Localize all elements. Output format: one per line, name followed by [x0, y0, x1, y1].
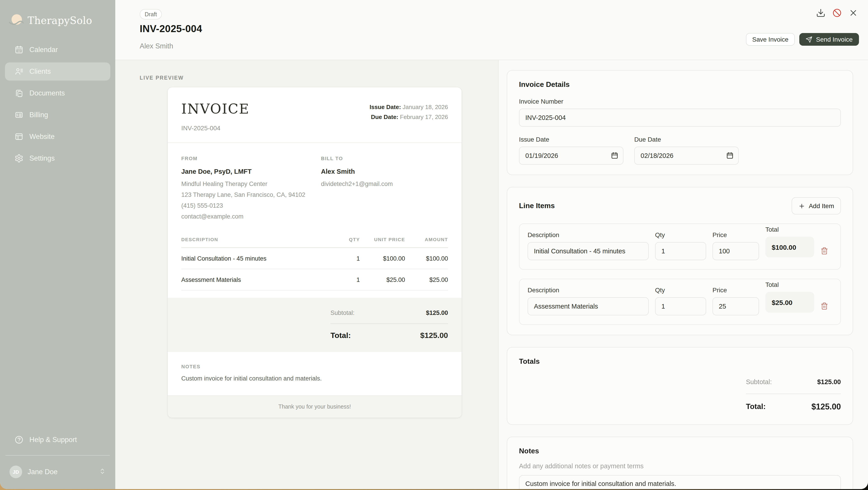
sidebar: TherapySolo 12 Calendar Clients Document…: [0, 0, 115, 489]
total-label: Total:: [331, 331, 351, 340]
card-title: Line Items: [519, 202, 555, 210]
sidebar-item-label: Calendar: [29, 46, 58, 54]
total-value: $125.00: [420, 331, 448, 340]
divider: [746, 394, 841, 394]
qty-input[interactable]: [655, 242, 706, 260]
close-icon[interactable]: [848, 8, 859, 18]
settings-icon: [14, 154, 24, 163]
save-invoice-button[interactable]: Save Invoice: [746, 33, 795, 46]
void-icon[interactable]: [832, 8, 842, 18]
clients-icon: [14, 67, 24, 76]
sidebar-item-label: Billing: [29, 111, 48, 119]
subtotal-row: Subtotal: $125.00: [746, 378, 841, 385]
help-circle-icon: [14, 435, 24, 444]
qty-label: Qty: [655, 231, 706, 238]
invoice-details-card: Invoice Details Invoice Number Issue Dat…: [507, 70, 853, 175]
from-name: Jane Doe, PsyD, LMFT: [181, 168, 321, 175]
page-header: Draft INV-2025-004 Alex Smith Save Invoi…: [115, 0, 868, 60]
app-window: TherapySolo 12 Calendar Clients Document…: [0, 0, 868, 489]
col-header-description: DESCRIPTION: [181, 237, 333, 242]
download-icon[interactable]: [816, 8, 826, 18]
qty-input[interactable]: [655, 297, 706, 315]
delete-item-button[interactable]: [820, 245, 832, 257]
sidebar-item-documents[interactable]: Documents: [5, 84, 110, 102]
user-menu[interactable]: JD Jane Doe: [5, 462, 110, 482]
price-label: Price: [712, 286, 759, 294]
col-header-qty: QTY: [333, 237, 360, 242]
price-input[interactable]: [712, 242, 759, 260]
description-input[interactable]: [528, 242, 649, 260]
avatar: JD: [9, 466, 22, 478]
invoice-line-table: DESCRIPTION QTY UNIT PRICE AMOUNT Initia…: [168, 225, 462, 290]
cell-unit-price: $25.00: [360, 276, 405, 283]
delete-item-button[interactable]: [820, 300, 832, 312]
sidebar-item-help[interactable]: Help & Support: [5, 431, 110, 449]
sidebar-item-settings[interactable]: Settings: [5, 149, 110, 167]
send-invoice-button[interactable]: Send Invoice: [799, 33, 859, 46]
svg-text:$: $: [17, 113, 18, 117]
due-date-input[interactable]: [634, 147, 739, 165]
website-icon: [14, 132, 24, 141]
invoice-parties: FROM Jane Doe, PsyD, LMFT Mindful Healin…: [168, 143, 462, 225]
col-header-amount: AMOUNT: [405, 237, 448, 242]
sidebar-item-clients[interactable]: Clients: [5, 62, 110, 81]
sidebar-help-label: Help & Support: [29, 436, 77, 444]
due-date-label: Due Date: [634, 136, 739, 143]
description-label: Description: [528, 286, 649, 294]
subtotal-label: Subtotal:: [331, 310, 355, 316]
card-title: Notes: [519, 447, 841, 455]
due-date-value: February 17, 2026: [400, 114, 448, 120]
price-input[interactable]: [712, 297, 759, 315]
notes-helper-text: Add any additional notes or payment term…: [519, 462, 841, 470]
total-label: Total: [765, 281, 814, 288]
header-actions: Save Invoice Send Invoice: [746, 33, 859, 46]
sidebar-nav: 12 Calendar Clients Documents $: [5, 41, 110, 167]
line-items-card: Line Items Add Item Description Qty: [507, 187, 853, 335]
app-viewport: TherapySolo 12 Calendar Clients Document…: [0, 0, 868, 490]
plus-icon: [798, 202, 805, 209]
due-date-label: Due Date:: [371, 114, 398, 120]
sidebar-item-website[interactable]: Website: [5, 127, 110, 146]
bill-to-name: Alex Smith: [321, 168, 448, 175]
page-title: INV-2025-004: [140, 23, 202, 35]
invoice-number-label: Invoice Number: [519, 98, 841, 105]
cell-description: Assessment Materials: [181, 276, 333, 283]
card-title: Invoice Details: [519, 81, 841, 89]
total-label: Total:: [746, 402, 766, 412]
cell-description: Initial Consultation - 45 minutes: [181, 255, 333, 262]
issue-date-input[interactable]: [519, 147, 623, 165]
sidebar-item-calendar[interactable]: 12 Calendar: [5, 41, 110, 59]
col-header-unit-price: UNIT PRICE: [360, 237, 405, 242]
add-item-label: Add Item: [809, 202, 834, 209]
trash-icon: [820, 302, 828, 310]
live-preview-panel: LIVE PREVIEW INVOICE INV-2025-004 Issue …: [115, 60, 498, 489]
invoice-doc-dates: Issue Date: January 18, 2026 Due Date: F…: [370, 102, 448, 132]
logo-mark-icon: [9, 13, 24, 27]
from-line: 123 Therapy Lane, San Francisco, CA, 941…: [181, 190, 321, 200]
bill-to-block: BILL TO Alex Smith dividetech2+1@gmail.c…: [321, 156, 448, 222]
add-item-button[interactable]: Add Item: [792, 197, 841, 214]
description-input[interactable]: [528, 297, 649, 315]
calendar-picker-icon[interactable]: [726, 151, 734, 159]
from-label: FROM: [181, 156, 321, 161]
invoice-editor-panel: Invoice Details Invoice Number Issue Dat…: [498, 60, 868, 489]
invoice-footer: Thank you for your business!: [168, 396, 462, 417]
app-logo: TherapySolo: [9, 13, 110, 27]
brand-name: TherapySolo: [28, 15, 92, 26]
description-label: Description: [528, 231, 649, 238]
preview-subtotal-row: Subtotal: $125.00: [331, 310, 448, 316]
issue-date-value: January 18, 2026: [403, 104, 448, 110]
from-line: Mindful Healing Therapy Center: [181, 179, 321, 190]
calendar-picker-icon[interactable]: [611, 151, 618, 159]
invoice-number-input[interactable]: [519, 109, 841, 127]
line-item-row: Description Qty Price Total: [519, 279, 841, 325]
send-icon: [806, 36, 812, 43]
sidebar-item-billing[interactable]: $ Billing: [5, 106, 110, 124]
sidebar-item-label: Clients: [29, 67, 51, 76]
invoice-totals-band: Subtotal: $125.00 Total: $125.00: [168, 298, 462, 352]
notes-textarea[interactable]: Custom invoice for initial consultation …: [519, 475, 841, 489]
sidebar-item-label: Documents: [29, 89, 65, 97]
billing-icon: $: [14, 110, 24, 119]
issue-date-label: Issue Date:: [370, 104, 401, 110]
preview-total-row: Total: $125.00: [331, 331, 448, 340]
